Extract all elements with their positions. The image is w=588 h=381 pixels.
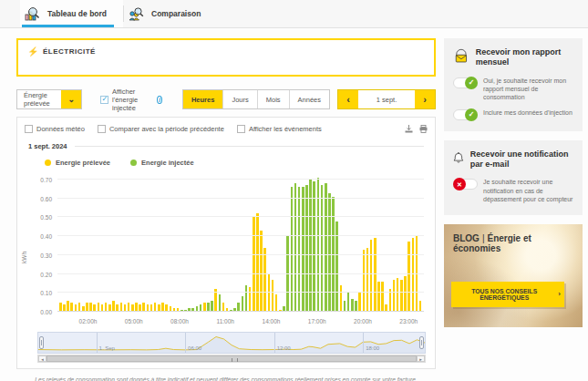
- tab-comparaison[interactable]: Comparaison: [124, 0, 217, 27]
- period-years-button[interactable]: Années: [290, 90, 329, 108]
- notification-toggle[interactable]: ✕: [453, 179, 478, 190]
- bar: [404, 276, 407, 312]
- x-tick-label: 11:00h: [217, 318, 234, 324]
- right-range-handle[interactable]: [419, 336, 424, 349]
- check-badge-icon: ✓: [465, 108, 478, 121]
- chevron-right-icon: ›: [558, 290, 561, 298]
- sidebar: Recevoir mon rapport mensuel ✓ Oui, je s…: [444, 38, 583, 381]
- x-tick-label: 05:00h: [125, 318, 143, 324]
- lightning-icon: ⚡: [27, 46, 39, 57]
- y-axis: 0.000.100.200.300.400.500.600.70: [25, 180, 56, 312]
- next-day-button[interactable]: ›: [415, 90, 435, 108]
- legend-energie-injectee[interactable]: Energie injectée: [130, 159, 194, 167]
- bar: [302, 187, 304, 312]
- notification-panel-header: Recevoir une notification par e-mail: [453, 149, 573, 170]
- energy-type-value: Énergie prélevée: [17, 90, 61, 108]
- bar: [263, 248, 266, 312]
- print-icon[interactable]: [419, 125, 428, 133]
- scroll-right-arrow[interactable]: ▸: [417, 355, 425, 362]
- bar: [298, 187, 301, 312]
- blog-promo-panel: BLOG|Énergie et économies TOUS NOS CONSE…: [444, 224, 583, 327]
- y-tick-label: 0.50: [40, 214, 52, 221]
- previous-day-button[interactable]: ‹: [338, 90, 358, 108]
- download-icon[interactable]: [405, 125, 413, 133]
- bar: [366, 248, 369, 312]
- legend-energie-prelevee[interactable]: Energie prélevée: [45, 159, 110, 167]
- chart-scrollbar: ◂ ▸: [37, 355, 426, 363]
- monthly-report-toggle[interactable]: ✓: [453, 77, 478, 88]
- scrollbar-thumb[interactable]: [46, 355, 417, 362]
- bar: [407, 242, 410, 312]
- compare-period-checkbox[interactable]: [98, 125, 106, 133]
- main-content: ⚡ ÉLECTRICITÉ Énergie prélevée ⌄ ✓ Affic…: [0, 28, 588, 381]
- navigator-gridline: [97, 333, 98, 353]
- bar: [219, 294, 222, 312]
- bar: [347, 293, 350, 312]
- yellow-legend-dot: [45, 160, 51, 166]
- monthly-report-panel: Recevoir mon rapport mensuel ✓ Oui, je s…: [444, 38, 583, 131]
- current-date-label: 1 sept.: [358, 90, 415, 108]
- y-tick-label: 0.40: [40, 233, 52, 240]
- info-icon[interactable]: i: [157, 96, 162, 104]
- period-days-button[interactable]: Jours: [223, 90, 257, 108]
- x-tick-label: 20:00h: [354, 318, 372, 324]
- range-navigator[interactable]: 1. Sep06:0012:0018:00: [37, 332, 426, 354]
- x-tick-label: 02:00h: [79, 318, 98, 324]
- gridline: [57, 216, 424, 217]
- date-navigation: ‹ 1 sept. ›: [337, 89, 436, 109]
- bar: [363, 250, 366, 312]
- energy-tips-button[interactable]: TOUS NOS CONSEILS ÉNERGÉTIQUES ›: [451, 282, 564, 307]
- period-months-button[interactable]: Mois: [258, 90, 290, 108]
- bars-plot[interactable]: [57, 180, 424, 312]
- bar: [242, 296, 244, 312]
- gridline: [57, 179, 424, 180]
- weather-data-checkbox[interactable]: [25, 125, 33, 133]
- bar: [397, 278, 399, 312]
- bar: [245, 285, 248, 312]
- tab-tableau-de-bord[interactable]: Tableau de bord: [20, 0, 123, 27]
- bar: [393, 280, 396, 312]
- show-injected-checkbox[interactable]: ✓: [100, 96, 108, 104]
- report-panel-title: Recevoir mon rapport mensuel: [476, 47, 573, 68]
- x-tick-label: 23:00h: [399, 318, 418, 324]
- bar: [286, 236, 289, 312]
- disclaimer-text: Les relevés de consommation sont donnés …: [16, 376, 436, 381]
- chevron-down-icon: ⌄: [61, 90, 81, 108]
- period-button-group: Heures Jours Mois Années: [182, 89, 330, 109]
- injection-data-toggle[interactable]: ✓: [453, 109, 478, 120]
- notification-panel-title: Recevoir une notification par e-mail: [470, 149, 573, 170]
- x-tick-label: 14:00h: [263, 318, 281, 324]
- gridline: [57, 273, 424, 274]
- injection-data-toggle-row: ✓ Inclure mes données d'injection: [453, 108, 573, 120]
- gridline: [57, 292, 424, 293]
- report-panel-header: Recevoir mon rapport mensuel: [453, 47, 573, 68]
- y-tick-label: 0.30: [40, 252, 52, 258]
- energy-type-select[interactable]: Énergie prélevée ⌄: [16, 89, 82, 109]
- scroll-left-arrow[interactable]: ◂: [38, 355, 46, 362]
- y-tick-label: 0.10: [40, 290, 52, 296]
- chart-controls: Énergie prélevée ⌄ ✓ Afficher l'énergie …: [16, 89, 436, 109]
- y-tick-label: 0.00: [40, 309, 52, 315]
- show-injected-label: Afficher l'énergie injectée: [112, 88, 153, 112]
- dashboard-magnifier-icon: [24, 6, 41, 22]
- bar: [260, 231, 263, 312]
- bar: [377, 282, 380, 312]
- bar: [358, 293, 361, 312]
- consumption-chart-card: Données météo Comparer avec la période p…: [16, 117, 436, 369]
- bar: [400, 280, 403, 312]
- y-tick-label: 0.60: [40, 195, 52, 201]
- gridline: [57, 254, 424, 255]
- left-range-handle[interactable]: [39, 336, 44, 349]
- period-hours-button[interactable]: Heures: [183, 90, 223, 108]
- navigator-gridline: [185, 333, 186, 353]
- tab-label: Tableau de bord: [47, 9, 107, 18]
- chart-plot-area: kWh 0.000.100.200.300.400.500.600.70 02:…: [25, 180, 426, 328]
- bar: [351, 299, 354, 313]
- gridline: [57, 198, 424, 199]
- show-events-checkbox[interactable]: [237, 125, 245, 133]
- chart-legend: Energie prélevée Energie injectée: [45, 159, 428, 167]
- bar: [416, 236, 418, 312]
- x-tick-label: 17:00h: [308, 318, 326, 324]
- dashboard-column: ⚡ ÉLECTRICITÉ Énergie prélevée ⌄ ✓ Affic…: [16, 38, 436, 381]
- notification-toggle-row: ✕ Je souhaite recevoir une notification …: [453, 178, 573, 203]
